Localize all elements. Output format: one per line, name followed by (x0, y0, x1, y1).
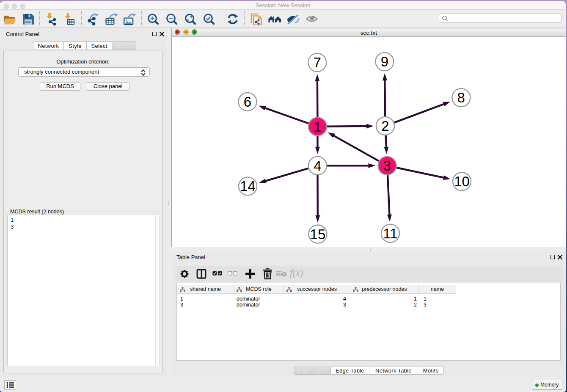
svg-text:1: 1 (314, 119, 321, 135)
svg-text:6: 6 (244, 94, 251, 110)
svg-text:9: 9 (381, 54, 388, 69)
svg-text:4: 4 (314, 158, 321, 174)
svg-text:14: 14 (240, 178, 256, 194)
svg-text:11: 11 (383, 226, 397, 241)
svg-text:8: 8 (457, 90, 465, 105)
svg-text:15: 15 (310, 226, 326, 242)
svg-text:7: 7 (314, 55, 321, 70)
svg-text:2: 2 (381, 118, 389, 134)
svg-text:10: 10 (454, 174, 470, 189)
svg-text:3: 3 (383, 158, 391, 174)
